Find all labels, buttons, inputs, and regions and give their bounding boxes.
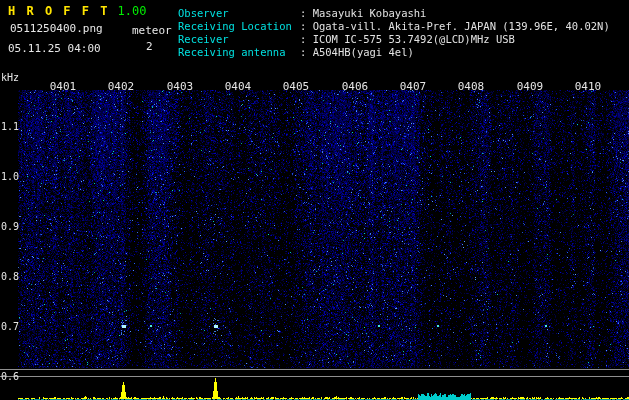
station-info-table: Observer: Masayuki Kobayashi Receiving L…: [178, 7, 610, 59]
app-version-text: 1.00: [117, 4, 146, 18]
freq-tick-label: 0.7: [1, 321, 19, 332]
info-label: Receiver: [178, 33, 300, 46]
info-row-antenna: Receiving antenna: A504HB(yagi 4el): [178, 46, 610, 59]
time-tick-label: 0403: [167, 80, 194, 93]
app-title: H R O F F T1.00: [8, 4, 146, 18]
freq-tick-label: 0.8: [1, 271, 19, 282]
info-value: : Ogata-vill. Akita-Pref. JAPAN (139.96E…: [300, 20, 610, 33]
info-row-location: Receiving Location: Ogata-vill. Akita-Pr…: [178, 20, 610, 33]
freq-tick-label: 1.0: [1, 171, 19, 182]
app-name-text: H R O F F T: [8, 4, 109, 18]
meteor-count-value: 2: [146, 40, 153, 53]
info-label: Receiving antenna: [178, 46, 300, 59]
time-tick-label: 0404: [225, 80, 252, 93]
info-row-receiver: Receiver: ICOM IC-575 53.7492(@LCD)MHz U…: [178, 33, 610, 46]
output-filename: 0511250400.png: [10, 22, 103, 35]
freq-tick-label: 1.1: [1, 121, 19, 132]
info-value: : Masayuki Kobayashi: [300, 7, 426, 20]
time-tick-label: 0406: [342, 80, 369, 93]
freq-tick-label: 0.9: [1, 221, 19, 232]
info-value: : ICOM IC-575 53.7492(@LCD)MHz USB: [300, 33, 515, 46]
info-label: Observer: [178, 7, 300, 20]
time-tick-label: 0405: [283, 80, 310, 93]
freq-tick-label: 0.6: [1, 371, 19, 382]
time-tick-label: 0409: [517, 80, 544, 93]
time-tick-label: 0410: [575, 80, 602, 93]
time-tick-label: 0407: [400, 80, 427, 93]
spectrogram-canvas: [0, 0, 629, 400]
info-row-observer: Observer: Masayuki Kobayashi: [178, 7, 610, 20]
freq-unit-label: kHz: [1, 72, 19, 83]
time-tick-label: 0401: [50, 80, 77, 93]
time-tick-label: 0408: [458, 80, 485, 93]
meteor-counter-label: meteor: [132, 24, 172, 37]
info-label: Receiving Location: [178, 20, 300, 33]
time-tick-label: 0402: [108, 80, 135, 93]
datetime-label: 05.11.25 04:00: [8, 42, 101, 55]
info-value: : A504HB(yagi 4el): [300, 46, 414, 59]
